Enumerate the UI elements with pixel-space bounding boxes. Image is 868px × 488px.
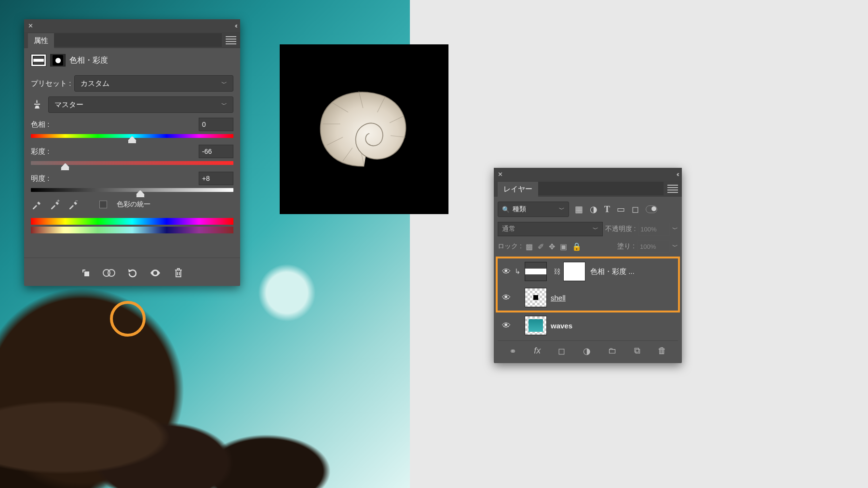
- adjustment-type-label: 色相・彩度: [69, 55, 108, 66]
- nautilus-shell-icon: [311, 81, 417, 177]
- tab-properties[interactable]: 属性: [28, 33, 54, 48]
- lightness-slider[interactable]: [31, 188, 233, 192]
- visibility-icon[interactable]: 👁: [500, 321, 513, 331]
- new-group-icon[interactable]: 🗀: [608, 346, 617, 356]
- view-previous-state-button[interactable]: [99, 265, 119, 281]
- hue-slider[interactable]: [31, 134, 233, 138]
- chevron-down-icon: ﹀: [221, 80, 227, 88]
- lock-artboard-icon[interactable]: ▣: [560, 242, 567, 251]
- lock-pixels-icon[interactable]: ✐: [538, 242, 544, 251]
- svg-text:+: +: [57, 199, 60, 203]
- opacity-input[interactable]: 100%: [638, 223, 670, 235]
- svg-text:−: −: [75, 199, 78, 203]
- filter-toggle[interactable]: [646, 205, 657, 213]
- lock-all-icon[interactable]: 🔒: [572, 242, 582, 251]
- saturation-label: 彩度 :: [31, 147, 49, 156]
- visibility-icon[interactable]: 👁: [500, 267, 513, 277]
- blend-mode-select[interactable]: 通常 ﹀: [498, 222, 603, 236]
- layer-row-hue-saturation[interactable]: 👁 ↳ ⛓ 色相・彩度 ...: [498, 258, 678, 285]
- collapse-icon[interactable]: ‹‹: [235, 22, 236, 29]
- layer-name[interactable]: 色相・彩度 ...: [590, 267, 635, 276]
- svg-point-4: [108, 270, 115, 276]
- layer-name[interactable]: shell: [551, 294, 566, 302]
- saturation-slider[interactable]: [31, 161, 233, 165]
- link-icon[interactable]: ⛓: [554, 268, 560, 275]
- close-icon[interactable]: ✕: [498, 171, 503, 178]
- delete-adjustment-button[interactable]: [168, 265, 189, 281]
- saturation-value-input[interactable]: -66: [199, 145, 233, 158]
- preset-select[interactable]: カスタム ﹀: [74, 75, 233, 92]
- eyedropper-minus-icon[interactable]: −: [68, 199, 79, 210]
- svg-rect-2: [84, 271, 89, 276]
- fill-label: 塗り :: [617, 242, 635, 251]
- hue-slider-block: 色相 : 0: [31, 118, 233, 138]
- layer-name[interactable]: waves: [551, 322, 572, 330]
- filter-type-icon[interactable]: T: [604, 204, 610, 215]
- new-layer-icon[interactable]: ⧉: [634, 346, 640, 356]
- saturation-thumb[interactable]: [61, 163, 69, 171]
- layer-row-waves[interactable]: 👁 waves: [498, 312, 678, 339]
- hue-label: 色相 :: [31, 120, 49, 129]
- preset-value: カスタム: [81, 79, 109, 88]
- properties-footer: [24, 258, 240, 286]
- layers-titlebar[interactable]: ✕ ‹‹: [494, 168, 682, 180]
- layer-fx-icon[interactable]: fx: [534, 346, 541, 356]
- blend-mode-value: 通常: [502, 225, 515, 233]
- visibility-toggle-button[interactable]: [145, 265, 165, 281]
- hue-value-input[interactable]: 0: [199, 118, 233, 131]
- visibility-icon[interactable]: 👁: [500, 293, 513, 303]
- tab-empty: [538, 182, 664, 195]
- filter-pixel-icon[interactable]: ▦: [575, 204, 583, 215]
- targeted-adjust-icon[interactable]: [31, 98, 43, 111]
- layers-panel: ✕ ‹‹ レイヤー 🔍 種類 ﹀ ▦ ◑ T ▭ ◻: [494, 168, 682, 363]
- adjustment-thumb-icon[interactable]: [31, 54, 46, 67]
- reset-button[interactable]: [122, 265, 142, 281]
- mask-thumb-icon[interactable]: [50, 54, 66, 67]
- lock-position-icon[interactable]: ✥: [549, 242, 555, 251]
- opacity-label: 不透明度 :: [605, 225, 636, 233]
- output-spectrum: [31, 227, 233, 233]
- layer-thumb[interactable]: [525, 316, 547, 335]
- lightness-label: 明度 :: [31, 174, 49, 183]
- chevron-down-icon[interactable]: ﹀: [672, 225, 678, 233]
- colorize-checkbox[interactable]: [99, 201, 107, 208]
- tab-layers[interactable]: レイヤー: [498, 182, 538, 197]
- eyedropper-plus-icon[interactable]: +: [49, 199, 61, 210]
- layer-filter-select[interactable]: 🔍 種類 ﹀: [498, 202, 569, 217]
- layer-row-shell[interactable]: 👁 shell: [498, 285, 678, 311]
- lightness-value-input[interactable]: +8: [199, 172, 233, 185]
- tutorial-highlight-layers: 👁 ↳ ⛓ 色相・彩度 ... 👁 shell: [496, 257, 680, 312]
- lock-transparency-icon[interactable]: ▩: [526, 242, 533, 251]
- input-spectrum: [31, 218, 233, 225]
- saturation-slider-block: 彩度 : -66: [31, 145, 233, 165]
- filter-adjustment-icon[interactable]: ◑: [590, 204, 597, 215]
- filter-kind-value: 種類: [513, 205, 526, 214]
- lock-label: ロック :: [498, 242, 522, 251]
- chevron-down-icon[interactable]: ﹀: [672, 243, 678, 251]
- add-mask-icon[interactable]: ◻: [558, 346, 565, 356]
- clip-to-layer-button[interactable]: [76, 265, 96, 281]
- delete-layer-icon[interactable]: 🗑: [658, 346, 666, 356]
- lightness-slider-block: 明度 : +8: [31, 172, 233, 192]
- background-rocks: [0, 319, 410, 488]
- lightness-thumb[interactable]: [136, 190, 145, 198]
- properties-tabs: 属性: [24, 32, 240, 48]
- properties-titlebar[interactable]: ✕ ‹‹: [24, 19, 240, 32]
- filter-shape-icon[interactable]: ▭: [617, 204, 625, 215]
- colorize-label: 色彩の統一: [117, 200, 150, 209]
- fill-input[interactable]: 100%: [637, 240, 669, 253]
- eyedropper-icon[interactable]: [31, 199, 42, 210]
- close-icon[interactable]: ✕: [28, 22, 33, 29]
- hue-thumb[interactable]: [128, 136, 136, 144]
- panel-menu-icon[interactable]: [667, 185, 678, 193]
- new-adjustment-icon[interactable]: ◑: [583, 346, 591, 356]
- layer-thumb[interactable]: [525, 288, 547, 307]
- link-layers-icon[interactable]: ⚭: [509, 346, 516, 356]
- filter-smart-icon[interactable]: ◻: [632, 204, 639, 215]
- panel-menu-icon[interactable]: [226, 36, 236, 44]
- layers-tabs: レイヤー: [494, 180, 682, 197]
- adjustment-thumb[interactable]: [525, 262, 547, 281]
- layer-mask-thumb[interactable]: [563, 262, 585, 281]
- collapse-icon[interactable]: ‹‹: [677, 170, 678, 178]
- channel-select[interactable]: マスター ﹀: [48, 96, 233, 113]
